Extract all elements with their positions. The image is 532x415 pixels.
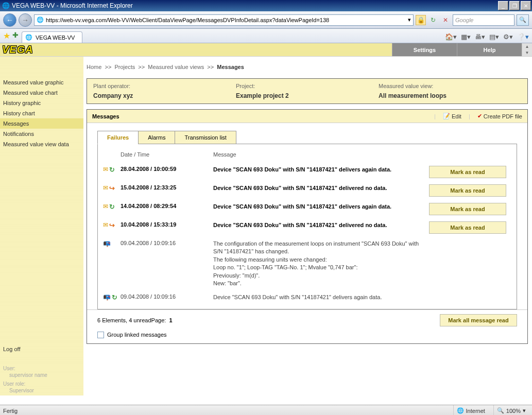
role-value: Supervisor: [0, 388, 83, 395]
tab-title: VEGA WEB-VV: [36, 34, 75, 41]
home-icon[interactable]: 🏠▾: [445, 33, 457, 41]
mark-all-read-button[interactable]: Mark all message read: [440, 314, 517, 326]
back-button[interactable]: ←: [3, 13, 16, 27]
message-text: The configuration of the measurement loo…: [213, 240, 429, 287]
sidebar: Measured value graphicMeasured value cha…: [0, 57, 83, 395]
envelope-open-icon: 📭: [103, 240, 111, 247]
globe-icon: 🌐: [457, 407, 464, 414]
message-row: ✉↻14.04.2008 / 08:29:54Device "SCAN 693 …: [98, 200, 517, 218]
role-label: User role:: [0, 380, 83, 388]
message-row: 📭09.04.2008 / 10:09:16The configuration …: [98, 237, 517, 290]
search-box[interactable]: Google: [453, 14, 514, 26]
message-text: Device "SCAN 693 Doku" with S/N "1418742…: [213, 184, 429, 192]
sidebar-item[interactable]: Notifications: [0, 129, 83, 139]
main-panel: Home >> Projects >> Measured value views…: [83, 57, 532, 395]
message-row: 📭↻09.04.2008 / 10:09:16Device "SCAN 693 …: [98, 290, 517, 304]
user-value: supervisor name: [0, 372, 83, 380]
help-button[interactable]: Help: [457, 43, 522, 56]
envelope-closed-icon: ✉: [103, 221, 108, 229]
ie-icon: 🌐: [2, 2, 10, 9]
header-scroll[interactable]: ▲▼: [522, 43, 532, 56]
page-menu-icon[interactable]: ▤▾: [489, 33, 499, 41]
close-button[interactable]: ✕: [521, 1, 531, 10]
element-count: 6 Elements, 4 unread: [97, 317, 151, 323]
mark-as-read-button[interactable]: Mark as read: [429, 166, 506, 178]
help-icon[interactable]: ❔▾: [517, 33, 529, 41]
crumb-home[interactable]: Home: [87, 64, 101, 70]
pdf-icon: ✔: [477, 113, 482, 119]
message-row: ✉↻28.04.2008 / 10:00:59Device "SCAN 693 …: [98, 163, 517, 181]
col-message: Message: [213, 151, 429, 158]
sidebar-item[interactable]: Measured value view data: [0, 139, 83, 149]
mark-as-read-button[interactable]: Mark as read: [429, 184, 506, 197]
create-pdf-link[interactable]: ✔Create PDF file: [477, 113, 522, 119]
crumb-projects[interactable]: Projects: [114, 64, 135, 70]
window-titlebar: 🌐 VEGA WEB-VV - Microsoft Internet Explo…: [0, 0, 532, 11]
group-label: Group linked messages: [107, 332, 167, 338]
crumb-views[interactable]: Measured value views: [148, 64, 204, 70]
add-favorite-icon[interactable]: ✚: [12, 31, 19, 41]
edit-link[interactable]: 📝Edit: [443, 113, 461, 119]
sidebar-item[interactable]: History chart: [0, 108, 83, 118]
messages-panel: Messages | 📝Edit | ✔Create PDF file Fail…: [87, 109, 528, 344]
mark-as-read-button[interactable]: Mark as read: [429, 221, 506, 234]
tab-failures[interactable]: Failures: [97, 131, 139, 144]
logoff-link[interactable]: Log off: [0, 344, 83, 354]
message-datetime: 28.04.2008 / 10:00:59: [121, 166, 213, 172]
message-datetime: 09.04.2008 / 10:09:16: [121, 240, 213, 246]
message-datetime: 14.04.2008 / 08:29:54: [121, 203, 213, 209]
message-text: Device "SCAN 693 Doku" with S/N "1418742…: [213, 293, 429, 301]
mark-as-read-button[interactable]: Mark as read: [429, 203, 506, 215]
minimize-button[interactable]: _: [498, 1, 508, 10]
message-text: Device "SCAN 693 Doku" with S/N "1418742…: [213, 221, 429, 229]
tools-icon[interactable]: ⚙▾: [503, 33, 513, 41]
feeds-icon[interactable]: ▦▾: [461, 33, 471, 41]
window-title: VEGA WEB-VV - Microsoft Internet Explore…: [12, 2, 133, 9]
address-bar[interactable]: 🌐 ▾: [34, 14, 414, 26]
maximize-button[interactable]: ❐: [509, 1, 520, 10]
status-zone: 🌐Internet: [453, 405, 488, 415]
arrow-green-icon: ↻: [109, 166, 115, 174]
envelope-closed-icon: ✉: [103, 166, 108, 174]
message-datetime: 10.04.2008 / 15:33:19: [121, 221, 213, 228]
sidebar-item[interactable]: Messages: [0, 118, 83, 129]
lock-icon: 🔒: [416, 15, 426, 25]
stop-button[interactable]: ✕: [440, 15, 451, 25]
print-icon[interactable]: 🖶▾: [475, 33, 485, 41]
status-ready: Fertig: [3, 408, 448, 414]
message-text: Device "SCAN 693 Doku" with S/N "1418742…: [213, 166, 429, 174]
refresh-button[interactable]: ↻: [428, 15, 438, 25]
envelope-closed-icon: ✉: [103, 203, 108, 211]
forward-button[interactable]: →: [19, 13, 32, 27]
edit-icon: 📝: [443, 113, 450, 119]
dropdown-icon[interactable]: ▾: [408, 16, 411, 23]
sidebar-item[interactable]: Measured value graphic: [0, 77, 83, 88]
breadcrumb: Home >> Projects >> Measured value views…: [87, 57, 528, 78]
arrow-orange-icon: ↪: [109, 184, 115, 192]
operator-value: Company xyz: [93, 92, 236, 99]
project-label: Project:: [236, 83, 379, 89]
search-button[interactable]: 🔍: [517, 14, 529, 26]
envelope-closed-icon: ✉: [103, 184, 108, 192]
page-icon: 🌐: [37, 16, 44, 23]
tab-transmission[interactable]: Transmission list: [175, 131, 236, 144]
arrow-green-icon: ↻: [109, 203, 115, 211]
arrow-orange-icon: ↪: [109, 221, 115, 229]
zoom-control[interactable]: 🔍100%▾: [493, 405, 529, 415]
sidebar-item[interactable]: History graphic: [0, 98, 83, 108]
favorites-icon[interactable]: ★: [3, 31, 10, 41]
group-checkbox[interactable]: [97, 332, 104, 338]
tab-body: Date / Time Message ✉↻28.04.2008 / 10:00…: [97, 144, 517, 309]
browser-tab[interactable]: 🌐 VEGA WEB-VV: [22, 31, 82, 43]
page-label: Page:: [151, 317, 166, 323]
settings-button[interactable]: Settings: [392, 43, 457, 56]
tab-alarms[interactable]: Alarms: [138, 131, 175, 144]
url-input[interactable]: [46, 17, 406, 23]
app-header: VEGA Settings Help ▲▼: [0, 43, 532, 57]
crumb-current: Messages: [217, 64, 244, 70]
sidebar-item[interactable]: Measured value chart: [0, 88, 83, 98]
arrow-green-icon: ↻: [112, 293, 117, 301]
search-placeholder: Google: [455, 17, 473, 23]
info-box: Plant operator: Company xyz Project: Exa…: [87, 78, 528, 104]
tab-strip: Failures Alarms Transmission list: [87, 123, 527, 144]
